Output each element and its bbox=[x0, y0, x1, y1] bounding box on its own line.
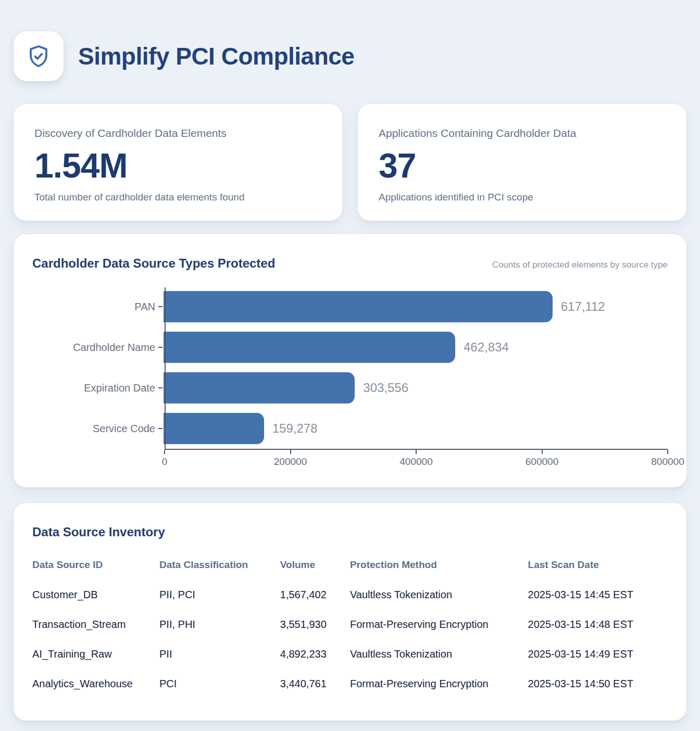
chart-bar-row: PAN 617,112 bbox=[32, 286, 668, 327]
chart-bar[interactable] bbox=[164, 372, 355, 404]
axis-tick-label: 800000 bbox=[651, 456, 684, 468]
table-body: Customer_DBPII, PCI1,567,402Vaultless To… bbox=[32, 580, 668, 699]
table-cell: AI_Training_Raw bbox=[32, 639, 159, 669]
kpi-value: 1.54M bbox=[34, 146, 321, 185]
chart-bar[interactable] bbox=[164, 332, 455, 363]
table-column-header: Volume bbox=[280, 555, 350, 580]
table-column-header: Protection Method bbox=[350, 555, 528, 580]
table-cell: 4,892,233 bbox=[280, 639, 350, 669]
chart-value-label: 303,556 bbox=[363, 381, 408, 395]
axis-tick-label: 400000 bbox=[399, 456, 432, 468]
chart-bar-row: Expiration Date 303,556 bbox=[32, 368, 668, 408]
table-column-header: Data Source ID bbox=[32, 555, 159, 580]
bar-chart: PAN 617,112 Cardholder Name 462,834 Expi… bbox=[32, 286, 668, 472]
table-column-header: Data Classification bbox=[159, 555, 280, 580]
shield-check-icon bbox=[26, 44, 51, 69]
table-cell: 2025-03-15 14:49 EST bbox=[528, 639, 668, 669]
axis-tick-mark bbox=[164, 450, 165, 454]
chart-rows: PAN 617,112 Cardholder Name 462,834 Expi… bbox=[32, 286, 668, 449]
table-cell: Customer_DB bbox=[32, 580, 159, 610]
table-cell: Vaultless Tokenization bbox=[350, 639, 528, 669]
chart-category-label: Cardholder Name bbox=[32, 342, 155, 354]
dashboard-page: Simplify PCI Compliance Discovery of Car… bbox=[0, 0, 700, 721]
table-row[interactable]: Analytics_WarehousePCI3,440,761Format-Pr… bbox=[32, 669, 668, 699]
kpi-description: Applications identified in PCI scope bbox=[379, 192, 666, 203]
chart-subtitle: Counts of protected elements by source t… bbox=[492, 260, 668, 270]
x-axis: 0200000400000600000800000 bbox=[165, 449, 668, 472]
table-cell: 2025-03-15 14:48 EST bbox=[528, 610, 668, 639]
chart-title: Cardholder Data Source Types Protected bbox=[32, 256, 275, 271]
table-cell: Format-Preserving Encryption bbox=[350, 610, 528, 639]
chart-bar[interactable] bbox=[164, 291, 553, 322]
table-cell: 3,551,930 bbox=[280, 610, 350, 639]
shield-icon-card bbox=[14, 31, 64, 81]
table-cell: 1,567,402 bbox=[280, 580, 350, 610]
kpi-card-applications: Applications Containing Cardholder Data … bbox=[358, 104, 686, 221]
chart-category-label: Expiration Date bbox=[32, 382, 155, 394]
axis-tick-mark bbox=[290, 450, 291, 454]
chart-card: Cardholder Data Source Types Protected C… bbox=[14, 234, 686, 487]
kpi-card-discovery: Discovery of Cardholder Data Elements 1.… bbox=[14, 104, 342, 221]
inventory-card: Data Source Inventory Data Source IDData… bbox=[14, 503, 686, 721]
table-title: Data Source Inventory bbox=[32, 525, 668, 539]
chart-value-label: 617,112 bbox=[561, 299, 605, 314]
table-cell: 3,440,761 bbox=[280, 669, 350, 699]
chart-bar-track: 617,112 bbox=[164, 286, 668, 327]
table-cell: 2025-03-15 14:50 EST bbox=[528, 669, 668, 699]
kpi-row: Discovery of Cardholder Data Elements 1.… bbox=[14, 104, 686, 221]
kpi-label: Applications Containing Cardholder Data bbox=[379, 127, 666, 140]
table-cell: PII, PHI bbox=[159, 610, 280, 639]
table-column-header: Last Scan Date bbox=[528, 555, 668, 580]
table-cell: Vaultless Tokenization bbox=[350, 580, 528, 610]
chart-value-label: 159,278 bbox=[272, 421, 318, 436]
table-cell: 2025-03-15 14:45 EST bbox=[528, 580, 668, 610]
axis-tick-label: 0 bbox=[162, 456, 168, 468]
table-cell: Transaction_Stream bbox=[32, 610, 159, 639]
chart-header: Cardholder Data Source Types Protected C… bbox=[32, 256, 668, 271]
chart-value-label: 462,834 bbox=[464, 340, 509, 355]
chart-bar-track: 303,556 bbox=[164, 368, 668, 408]
axis-tick-mark bbox=[416, 450, 417, 454]
kpi-label: Discovery of Cardholder Data Elements bbox=[34, 127, 321, 140]
table-row[interactable]: Customer_DBPII, PCI1,567,402Vaultless To… bbox=[32, 580, 668, 610]
kpi-description: Total number of cardholder data elements… bbox=[34, 192, 321, 203]
y-axis-tick-mark bbox=[158, 387, 162, 388]
axis-tick-label: 200000 bbox=[274, 456, 307, 468]
table-cell: PII, PCI bbox=[159, 580, 280, 610]
chart-bar-track: 159,278 bbox=[164, 408, 668, 449]
page-header: Simplify PCI Compliance bbox=[14, 29, 686, 83]
y-axis-tick-mark bbox=[158, 306, 162, 307]
data-source-table: Data Source IDData ClassificationVolumeP… bbox=[32, 555, 668, 699]
table-row[interactable]: AI_Training_RawPII4,892,233Vaultless Tok… bbox=[32, 639, 668, 669]
chart-bar[interactable] bbox=[164, 413, 264, 444]
chart-bar-track: 462,834 bbox=[164, 327, 668, 368]
chart-bar-row: Service Code 159,278 bbox=[32, 408, 668, 449]
table-cell: Format-Preserving Encryption bbox=[350, 669, 528, 699]
kpi-value: 37 bbox=[379, 146, 666, 185]
table-row[interactable]: Transaction_StreamPII, PHI3,551,930Forma… bbox=[32, 610, 668, 639]
axis-tick-label: 600000 bbox=[526, 456, 558, 468]
chart-category-label: PAN bbox=[32, 301, 155, 313]
axis-tick-mark bbox=[667, 450, 668, 454]
y-axis-tick-mark bbox=[158, 428, 162, 429]
page-title: Simplify PCI Compliance bbox=[78, 42, 354, 70]
axis-tick-mark bbox=[542, 450, 543, 454]
table-cell: PII bbox=[159, 639, 280, 669]
chart-category-label: Service Code bbox=[32, 423, 155, 435]
table-cell: PCI bbox=[159, 669, 280, 699]
chart-bar-row: Cardholder Name 462,834 bbox=[32, 327, 668, 368]
table-cell: Analytics_Warehouse bbox=[32, 669, 159, 699]
y-axis-tick-mark bbox=[158, 347, 162, 348]
table-header-row: Data Source IDData ClassificationVolumeP… bbox=[32, 555, 668, 580]
